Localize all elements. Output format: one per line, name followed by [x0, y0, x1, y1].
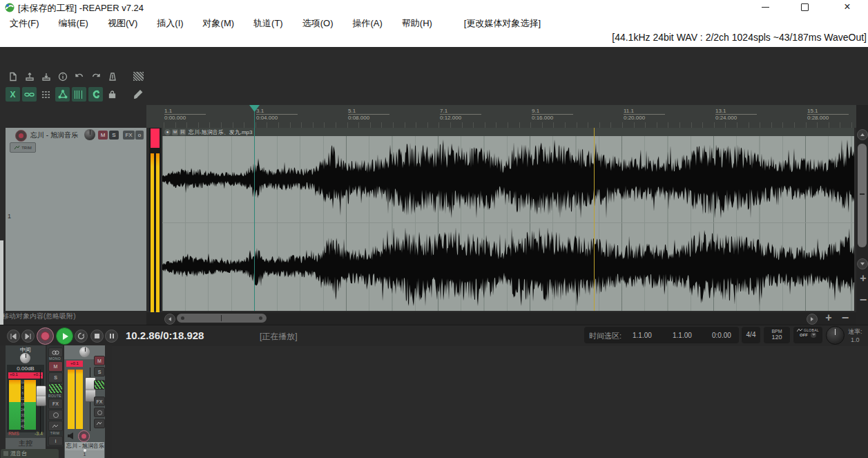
menu-media-item-selection[interactable]: [更改媒体对象选择] [454, 17, 550, 30]
track-mute-button[interactable]: M [98, 131, 108, 140]
master-stereo-icon[interactable] [48, 347, 63, 357]
edit-cursor-line[interactable] [254, 105, 255, 311]
go-to-start-button[interactable] [7, 330, 20, 343]
record-button[interactable] [37, 327, 54, 345]
vzoom-in-icon[interactable]: + [858, 274, 868, 283]
close-button[interactable]: × [833, 0, 861, 14]
snap-magnet-icon[interactable] [88, 87, 103, 102]
track-panel[interactable] [6, 128, 146, 311]
media-item-header[interactable]: ● M 回 忘川-旭润音乐、发九.mp3 [162, 128, 854, 136]
master-fx-bypass-button[interactable] [48, 410, 63, 420]
routing-matrix-icon[interactable] [39, 87, 53, 102]
scroll-right-icon[interactable] [807, 314, 818, 325]
playrate-knob[interactable] [826, 326, 845, 345]
track-name[interactable]: 忘川 - 旭润音乐 [30, 131, 83, 140]
vscroll-thumb[interactable] [858, 144, 867, 247]
chevron-down-icon[interactable] [811, 332, 816, 338]
menu-view[interactable]: 视图(V) [98, 17, 147, 30]
scroll-down-icon[interactable] [857, 258, 868, 269]
hzoom-out-icon[interactable]: − [840, 311, 851, 322]
menu-item[interactable]: 对象(M) [193, 17, 244, 30]
minimize-button[interactable] [751, 0, 779, 14]
item-mute-icon[interactable]: M [172, 129, 178, 135]
selection-length-value[interactable]: 0:0.00 [712, 332, 731, 339]
track-trim-envelope-button[interactable]: TRIM [10, 142, 36, 153]
hzoom-in-icon[interactable]: + [823, 312, 834, 323]
menu-file[interactable]: 文件(F) [0, 17, 49, 30]
track-fx-button[interactable]: FX [123, 131, 135, 140]
repeat-button[interactable] [75, 330, 88, 343]
hscroll-thumb[interactable] [177, 314, 267, 323]
master-env-button[interactable] [48, 383, 63, 394]
master-info-button[interactable]: i [48, 436, 63, 446]
master-solo-button[interactable]: S [48, 372, 63, 383]
mixer-track-solo-button[interactable]: S [94, 367, 105, 376]
play-button[interactable] [56, 327, 73, 345]
master-fx-button[interactable]: FX [48, 399, 63, 409]
mixer-track-fx-bypass-button[interactable] [94, 408, 105, 417]
item-fx-icon[interactable]: 回 [180, 129, 186, 135]
title-bar: [未保存的工程] -REAPER v7.24 × [0, 0, 868, 15]
redo-icon[interactable] [88, 69, 103, 84]
item-volume-icon[interactable]: ● [164, 129, 171, 135]
scroll-left-icon[interactable] [164, 314, 175, 325]
scroll-up-icon[interactable] [857, 129, 868, 140]
maximize-button[interactable] [791, 0, 818, 14]
grid-lines-icon[interactable] [72, 87, 86, 102]
lock-icon[interactable] [105, 87, 119, 102]
master-mute-button[interactable]: M [48, 361, 63, 372]
selection-end-value[interactable]: 1.1.00 [673, 332, 692, 339]
mixer-track-env-arm-button[interactable] [94, 419, 105, 428]
master-gain-value[interactable]: 0.00dB [7, 365, 44, 372]
pencil-edit-icon[interactable] [131, 87, 146, 102]
metronome-icon[interactable] [105, 69, 119, 84]
undo-icon[interactable] [72, 69, 86, 84]
global-automation-button[interactable]: GLOBAL OFF [793, 327, 822, 343]
menu-help[interactable]: 帮助(H) [392, 17, 442, 30]
new-project-icon[interactable] [6, 69, 20, 84]
mixer-docker-tab[interactable]: 混音台 [1, 449, 59, 458]
bpm-value[interactable]: 120 [764, 334, 790, 341]
master-pan-knob[interactable] [20, 353, 30, 363]
time-signature-box[interactable]: 4/4 [742, 327, 760, 343]
auto-crossfade-icon[interactable]: X [6, 87, 20, 102]
mixer-track-pan-knob[interactable] [79, 347, 90, 357]
playrate-display[interactable]: 速率: 1.0 [848, 327, 862, 343]
menu-insert[interactable]: 插入(I) [147, 17, 193, 30]
item-grouping-icon[interactable] [22, 87, 37, 102]
bpm-box[interactable]: BPM 120 [764, 327, 790, 343]
edit-cursor-marker[interactable] [249, 105, 260, 112]
menu-actions[interactable]: 操作(A) [343, 17, 392, 30]
mixer-track-env-button[interactable] [94, 380, 105, 390]
docker-grid-icon[interactable] [131, 69, 146, 84]
transport-time-display[interactable]: 10.2.86/0:18.928 [126, 330, 204, 341]
master-fader-handle[interactable] [36, 385, 46, 406]
track-phase-dot[interactable] [84, 449, 86, 452]
menu-edit[interactable]: 编辑(E) [49, 17, 98, 30]
track-env-button[interactable]: o [135, 131, 144, 140]
pause-button[interactable] [105, 330, 118, 343]
project-settings-icon[interactable] [55, 69, 70, 84]
menu-track[interactable]: 轨道(T) [244, 17, 293, 30]
track-pan-knob[interactable] [84, 129, 95, 140]
master-clip-indicator[interactable]: +0.1 +0.1 [8, 372, 43, 379]
record-arm-button[interactable] [15, 130, 27, 142]
track-solo-button[interactable]: S [109, 131, 119, 140]
master-name[interactable]: 主控 [6, 438, 46, 449]
vzoom-out-icon[interactable]: − [858, 296, 868, 305]
save-project-icon[interactable] [39, 69, 53, 84]
master-env-arm-button[interactable] [48, 421, 63, 431]
speaker-icon[interactable] [68, 432, 75, 439]
menu-options[interactable]: 选项(O) [293, 17, 343, 30]
envelope-points-icon[interactable] [55, 87, 70, 102]
mixer-track-record-arm-button[interactable] [78, 430, 90, 442]
mixer-track-fx-button[interactable]: FX [94, 397, 105, 406]
open-project-icon[interactable] [22, 69, 37, 84]
go-to-end-button[interactable] [21, 330, 35, 343]
track-clip-indicator[interactable] [151, 128, 160, 148]
selection-start-value[interactable]: 1.1.00 [633, 332, 652, 339]
time-selection-box[interactable]: 时间选区: 1.1.00 1.1.00 0:0.00 [584, 327, 739, 343]
mixer-track-clip-indicator[interactable]: +0.1 [66, 361, 83, 367]
stop-button[interactable] [90, 330, 104, 343]
mixer-track-mute-button[interactable]: M [94, 356, 105, 365]
